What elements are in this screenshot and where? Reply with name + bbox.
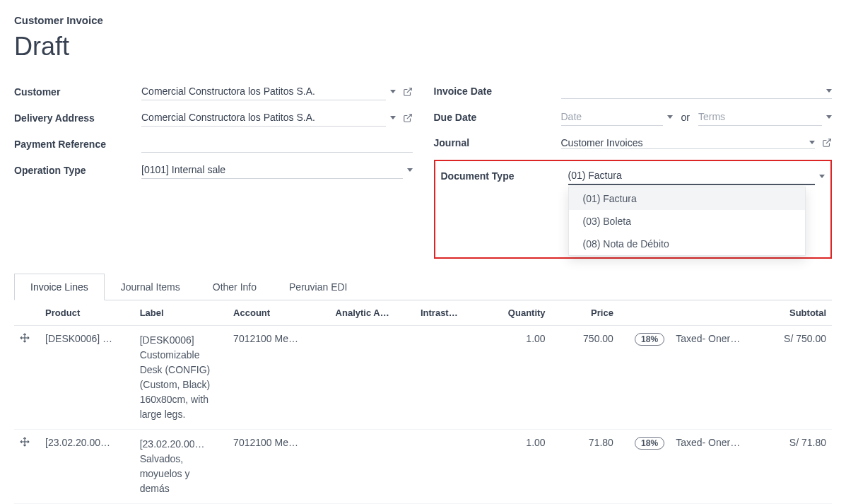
cell-quantity: 1.00	[483, 326, 551, 430]
cell-account: 7012100 Me…	[233, 437, 298, 448]
drag-handle-icon[interactable]	[14, 326, 40, 430]
document-type-highlight: Document Type (01) Factura (03) Boleta (…	[434, 160, 833, 259]
tab-journal-items[interactable]: Journal Items	[105, 274, 196, 300]
delivery-address-input[interactable]	[141, 109, 386, 127]
cell-price: 750.00	[551, 326, 619, 430]
payment-reference-input[interactable]	[141, 135, 413, 153]
chevron-down-icon[interactable]	[826, 89, 832, 93]
cell-taxed: Taxed- Oner…	[676, 333, 740, 344]
external-link-icon[interactable]	[403, 87, 413, 97]
cell-product: [DESK0006] …	[45, 333, 112, 344]
svg-line-2	[826, 139, 830, 143]
cell-intrastat	[415, 430, 483, 504]
th-taxed	[670, 300, 763, 326]
cell-intrastat	[415, 326, 483, 430]
journal-value[interactable]: Customer Invoices	[561, 137, 806, 148]
operation-type-row: Operation Type	[14, 161, 413, 179]
th-subtotal: Subtotal	[764, 300, 832, 326]
cell-price: 71.80	[551, 430, 619, 504]
operation-type-label: Operation Type	[14, 165, 141, 176]
external-link-icon[interactable]	[403, 113, 413, 123]
document-type-input[interactable]	[568, 167, 816, 185]
document-type-dropdown: (01) Factura (03) Boleta (08) Nota de Dé…	[568, 187, 806, 256]
customer-label: Customer	[14, 86, 141, 98]
th-product: Product	[40, 300, 134, 326]
form-grid: Customer Delivery Address Payment Refere…	[14, 83, 832, 259]
due-date-input[interactable]	[561, 108, 663, 126]
payment-reference-row: Payment Reference	[14, 135, 413, 153]
invoice-date-row: Invoice Date	[434, 83, 833, 100]
or-text: or	[681, 112, 690, 123]
th-price: Price	[551, 300, 619, 326]
tab-other-info[interactable]: Other Info	[196, 274, 273, 300]
svg-line-1	[406, 114, 411, 118]
cell-quantity: 1.00	[483, 430, 551, 504]
th-tax	[619, 300, 670, 326]
terms-input[interactable]	[698, 108, 822, 126]
svg-line-0	[406, 88, 411, 92]
th-label: Label	[134, 300, 228, 326]
chevron-down-icon[interactable]	[826, 115, 832, 119]
cell-label: [23.02.20.00… Salvados, moyuelos y demás	[134, 430, 228, 504]
due-date-row: Due Date or	[434, 108, 833, 126]
cell-product: [23.02.20.00…	[45, 437, 110, 448]
customer-row: Customer	[14, 83, 413, 100]
status-title: Draft	[14, 32, 832, 61]
dropdown-option[interactable]: (03) Boleta	[569, 210, 806, 233]
chevron-down-icon[interactable]	[407, 168, 413, 172]
drag-handle-icon[interactable]	[14, 430, 40, 504]
tax-badge: 18%	[635, 437, 664, 450]
form-col-right: Invoice Date Due Date or Journal Custome…	[434, 83, 833, 259]
th-account: Account	[228, 300, 329, 326]
customer-input[interactable]	[141, 83, 386, 100]
chevron-down-icon[interactable]	[390, 90, 396, 93]
document-type-label: Document Type	[441, 170, 568, 182]
chevron-down-icon[interactable]	[809, 141, 815, 144]
delivery-address-label: Delivery Address	[14, 112, 141, 124]
cell-subtotal: S/ 71.80	[764, 430, 832, 504]
operation-type-input[interactable]	[141, 161, 403, 179]
cell-account: 7012100 Me…	[233, 333, 298, 344]
invoice-date-label: Invoice Date	[434, 86, 561, 97]
delivery-address-row: Delivery Address	[14, 109, 413, 127]
cell-analytic	[330, 430, 415, 504]
journal-label: Journal	[434, 137, 561, 148]
th-analytic: Analytic A…	[330, 300, 415, 326]
cell-analytic	[330, 326, 415, 430]
chevron-down-icon[interactable]	[667, 115, 673, 119]
journal-row: Journal Customer Invoices	[434, 134, 833, 151]
th-quantity: Quantity	[483, 300, 551, 326]
page-title: Customer Invoice	[14, 14, 832, 26]
tab-invoice-lines[interactable]: Invoice Lines	[14, 274, 105, 300]
invoice-lines-table: Product Label Account Analytic A… Intras…	[14, 300, 832, 504]
due-date-label: Due Date	[434, 112, 561, 123]
cell-subtotal: S/ 750.00	[764, 326, 832, 430]
external-link-icon[interactable]	[822, 138, 832, 148]
chevron-down-icon[interactable]	[390, 116, 396, 119]
tax-badge: 18%	[635, 333, 664, 346]
payment-reference-label: Payment Reference	[14, 139, 141, 150]
cell-label: [DESK0006] Customizable Desk (CONFIG) (C…	[134, 326, 228, 430]
form-col-left: Customer Delivery Address Payment Refere…	[14, 83, 413, 259]
table-row[interactable]: [DESK0006] … [DESK0006] Customizable Des…	[14, 326, 832, 430]
th-intrastat: Intrast…	[415, 300, 483, 326]
cell-taxed: Taxed- Oner…	[676, 437, 740, 448]
chevron-down-icon[interactable]	[819, 175, 825, 178]
dropdown-option[interactable]: (01) Factura	[569, 187, 806, 210]
table-row[interactable]: [23.02.20.00… [23.02.20.00… Salvados, mo…	[14, 430, 832, 504]
tabs: Invoice Lines Journal Items Other Info P…	[14, 273, 832, 300]
tab-peruvian-edi[interactable]: Peruvian EDI	[273, 274, 363, 300]
dropdown-option[interactable]: (08) Nota de Débito	[569, 233, 806, 255]
